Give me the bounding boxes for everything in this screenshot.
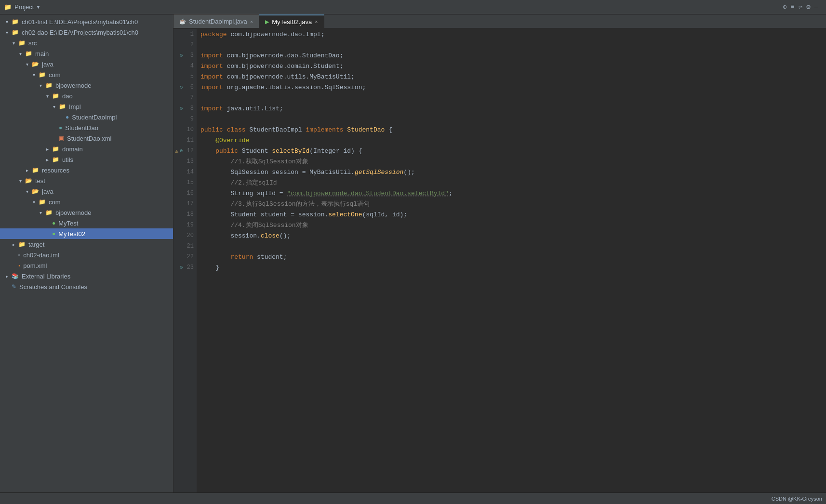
navigate-icon[interactable]: ⊕ xyxy=(783,3,786,11)
tree-item-label: bjpowernode xyxy=(55,209,91,216)
code-token xyxy=(200,179,230,186)
line-number: 9 xyxy=(184,116,194,122)
tree-arrow[interactable]: ▾ xyxy=(17,178,24,184)
tree-item[interactable]: ▸📁resources xyxy=(0,165,173,175)
tree-item[interactable]: ▸📁utils xyxy=(0,154,173,165)
tab-close-button[interactable]: × xyxy=(315,19,318,25)
file-tree[interactable]: ▾📁ch01-first E:\IDEA\Projects\mybatis01\… xyxy=(0,14,173,492)
minimize-icon[interactable]: — xyxy=(814,3,818,11)
code-token: . xyxy=(351,169,355,176)
file-icon: ▫ xyxy=(18,252,20,258)
gutter-row: 13 xyxy=(173,156,194,167)
sort-icon[interactable]: ⇌ xyxy=(799,3,802,11)
tree-item-label: com xyxy=(49,71,61,79)
tree-arrow[interactable]: ▾ xyxy=(10,40,17,46)
list-icon[interactable]: ≡ xyxy=(790,3,794,11)
tree-item[interactable]: ▪pom.xml xyxy=(0,260,173,271)
file-icon: 📚 xyxy=(12,273,19,279)
fold-icon[interactable]: ⊕ xyxy=(180,106,183,111)
tree-arrow[interactable]: ▾ xyxy=(30,72,37,78)
settings-icon[interactable]: ⚙ xyxy=(806,3,810,11)
tree-arrow[interactable]: ▾ xyxy=(30,199,37,205)
gutter-row: 5 xyxy=(173,71,194,82)
tree-item[interactable]: ●StudentDaoImpl xyxy=(0,112,173,122)
tree-arrow[interactable]: ▾ xyxy=(24,62,30,67)
tree-item[interactable]: ▸📚External Libraries xyxy=(0,271,173,281)
tree-item[interactable]: ▾📁dao xyxy=(0,91,173,101)
tab-close-button[interactable]: × xyxy=(250,19,253,25)
code-line: //4.关闭SqlSession对象 xyxy=(200,220,822,230)
code-token: class xyxy=(227,126,246,133)
file-icon: 📁 xyxy=(45,82,53,89)
tree-item[interactable]: ●MyTest02 xyxy=(0,228,173,239)
fold-icon[interactable]: ⊖ xyxy=(180,148,183,154)
tree-item-label: com xyxy=(49,199,61,206)
gutter-row: 22 xyxy=(173,252,194,262)
tree-item[interactable]: ▾📂java xyxy=(0,59,173,69)
tree-item[interactable]: ▾📁com xyxy=(0,197,173,207)
title-bar: 📁 Project ▼ ⊕ ≡ ⇌ ⚙ — xyxy=(0,0,826,14)
tree-item[interactable]: ▾📁ch02-dao E:\IDEA\Projects\mybatis01\ch… xyxy=(0,27,173,38)
file-icon: ● xyxy=(52,220,55,226)
editor-area: ☕StudentDaoImpl.java×▶MyTest02.java× 12⊖… xyxy=(173,14,826,492)
tree-item[interactable]: ▾📁main xyxy=(0,48,173,59)
status-right-text: CSDN @KK-Greyson xyxy=(772,496,822,502)
tree-arrow[interactable]: ▾ xyxy=(44,93,51,99)
code-line: //2.指定sqlId xyxy=(200,177,822,188)
code-token: import xyxy=(200,105,223,112)
code-token: id) { xyxy=(340,147,362,155)
fold-icon[interactable]: ⊕ xyxy=(180,265,183,270)
tree-item[interactable]: ▾📁ch01-first E:\IDEA\Projects\mybatis01\… xyxy=(0,16,173,27)
tree-item[interactable]: ●MyTest xyxy=(0,218,173,228)
tree-arrow[interactable]: ▸ xyxy=(24,168,30,173)
gutter-row: 9 xyxy=(173,114,194,124)
tree-item[interactable]: ▾📁src xyxy=(0,38,173,48)
tree-item[interactable]: ▸📁domain xyxy=(0,144,173,154)
tree-item[interactable]: ▫ch02-dao.iml xyxy=(0,250,173,260)
file-icon: 📁 xyxy=(25,50,32,57)
tree-item[interactable]: ▾📁bjpowernode xyxy=(0,207,173,218)
line-number: 1 xyxy=(184,31,194,38)
tree-item[interactable]: ✎Scratches and Consoles xyxy=(0,281,173,292)
gutter-row: ⚠⊖12 xyxy=(175,146,194,156)
tree-arrow[interactable]: ▾ xyxy=(24,189,30,194)
file-icon: 📁 xyxy=(59,103,66,110)
editor-tab[interactable]: ☕StudentDaoImpl.java× xyxy=(173,14,259,28)
fold-icon[interactable]: ⊖ xyxy=(180,53,183,58)
tree-item-label: test xyxy=(35,177,45,185)
tree-item[interactable]: ▣StudentDao.xml xyxy=(0,133,173,144)
tree-arrow[interactable]: ▾ xyxy=(17,51,24,56)
tree-arrow[interactable]: ▾ xyxy=(37,83,44,88)
tree-arrow[interactable]: ▾ xyxy=(3,19,10,25)
tree-item[interactable]: ▾📁com xyxy=(0,69,173,80)
editor-tab[interactable]: ▶MyTest02.java× xyxy=(259,14,324,28)
tree-item[interactable]: ●StudentDao xyxy=(0,122,173,133)
code-line: String sqlId = "com.bjpowernode.dao.Stud… xyxy=(200,188,822,199)
tree-item[interactable]: ▾📂test xyxy=(0,175,173,186)
code-token xyxy=(268,147,272,155)
tree-arrow[interactable]: ▾ xyxy=(3,30,10,35)
tree-arrow[interactable]: ▸ xyxy=(3,274,10,279)
tree-item-label: MyTest xyxy=(58,220,78,227)
line-number: 18 xyxy=(184,211,194,218)
project-title[interactable]: Project ▼ xyxy=(14,3,40,11)
tree-arrow[interactable]: ▾ xyxy=(37,210,44,215)
file-icon: 📁 xyxy=(32,167,39,173)
file-icon: 📂 xyxy=(25,177,32,184)
run-icon: ▶ xyxy=(265,19,269,25)
project-dropdown-arrow[interactable]: ▼ xyxy=(36,4,40,10)
gutter-row: 7 xyxy=(173,93,194,103)
tree-item[interactable]: ▾📂java xyxy=(0,186,173,197)
tree-arrow[interactable]: ▸ xyxy=(44,157,51,162)
code-token xyxy=(200,200,230,208)
tree-item[interactable]: ▾📁Impl xyxy=(0,101,173,112)
tree-arrow[interactable]: ▸ xyxy=(10,242,17,247)
tree-arrow[interactable]: ▸ xyxy=(44,146,51,152)
fold-icon[interactable]: ⊕ xyxy=(180,84,183,90)
tree-arrow[interactable]: ▾ xyxy=(51,104,57,109)
tree-item[interactable]: ▸📁target xyxy=(0,239,173,250)
tree-item[interactable]: ▾📁bjpowernode xyxy=(0,80,173,91)
line-number: 14 xyxy=(184,169,194,175)
code-line xyxy=(200,241,822,252)
code-area[interactable]: package com.bjpowernode.dao.Impl;import … xyxy=(197,29,826,492)
